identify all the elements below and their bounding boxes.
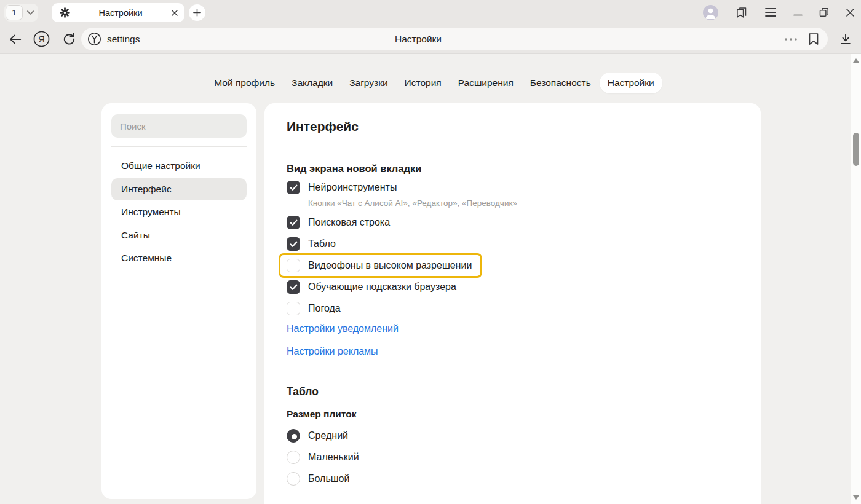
collections-bookmarks-icon[interactable] [735,6,748,19]
search-input[interactable] [111,114,247,138]
checkbox-row-tablo: Табло [287,237,736,251]
address-bar[interactable]: settings Настройки [81,28,828,50]
settings-nav-tabs: Мой профиль Закладки Загрузки История Ра… [9,73,860,93]
checkbox-label: Нейроинструменты [308,182,397,193]
radio-row-large: Большой [287,472,736,486]
radio-row-medium: Средний [287,429,736,443]
settings-page: Мой профиль Закладки Загрузки История Ра… [0,54,861,504]
sidebar-item-general[interactable]: Общие настройки [111,155,247,177]
plus-icon [193,9,201,17]
gear-icon [60,7,70,18]
tab-group-control[interactable]: 1 [4,4,38,22]
nav-tab-settings[interactable]: Настройки [600,73,662,93]
sidebar-item-tools[interactable]: Инструменты [111,201,247,223]
tile-size-subheading: Размер плиток [287,409,736,420]
checkbox-neurotools[interactable] [287,181,300,194]
nav-tab-extensions[interactable]: Расширения [450,73,522,93]
checkbox-row-weather: Погода [287,302,736,315]
checkbox-row-hints: Обучающие подсказки браузера [287,280,736,294]
close-window-icon[interactable] [846,8,855,17]
radio-label: Маленький [308,452,359,463]
nav-tab-profile[interactable]: Мой профиль [206,73,283,93]
checkbox-label: Видеофоны в высоком разрешении [308,260,472,271]
nav-tab-bookmarks[interactable]: Закладки [284,73,341,93]
minimize-icon[interactable] [793,8,803,17]
restore-window-icon[interactable] [819,7,829,17]
sidebar-item-interface[interactable]: Интерфейс [111,178,247,200]
new-tab-button[interactable] [189,4,205,21]
nav-tab-downloads[interactable]: Загрузки [341,73,395,93]
url-text[interactable]: settings [107,34,140,45]
more-actions-icon[interactable] [784,37,798,41]
profile-avatar[interactable] [703,5,718,20]
reload-icon[interactable] [62,32,76,46]
sidebar-divider [111,146,247,147]
section-heading-tablo: Табло [287,385,736,398]
tab-counter-badge[interactable]: 1 [6,5,23,20]
settings-sidebar: Общие настройки Интерфейс Инструменты Са… [101,103,256,499]
tabbar-right-controls [703,0,855,25]
yandex-logo-icon[interactable]: Я [33,31,50,47]
radio-label: Большой [308,473,349,484]
radio-large[interactable] [287,472,300,486]
checkbox-label: Погода [308,303,341,314]
section-heading-new-tab: Вид экрана новой вкладки [287,163,736,175]
title-divider [287,148,736,148]
navigation-toolbar: Я settings Настройки [0,25,861,54]
site-badge-icon[interactable] [87,32,101,46]
tab-close-icon[interactable] [171,9,178,17]
sidebar-list: Общие настройки Интерфейс Инструменты Са… [111,155,247,269]
sidebar-item-sites[interactable]: Сайты [111,224,247,246]
nav-tab-security[interactable]: Безопасность [522,73,599,93]
radio-label: Средний [308,430,348,441]
checkbox-video-backgrounds[interactable] [287,259,300,272]
back-icon[interactable] [9,33,22,45]
highlight-box-videobackgrounds: Видеофоны в высоком разрешении [279,253,482,278]
checkbox-browser-hints[interactable] [287,280,300,294]
scrollbar-thumb[interactable] [853,133,859,166]
radio-small[interactable] [287,451,300,464]
page-title-in-omnibox: Настройки [326,34,510,45]
page-title: Интерфейс [287,119,736,134]
scroll-up-arrow-icon[interactable] [853,58,859,63]
checkbox-label: Поисковая строка [308,217,390,228]
notifications-settings-link[interactable]: Настройки уведомлений [287,323,736,334]
checkbox-subtitle: Кнопки «Чат с Алисой AI», «Редактор», «П… [308,199,736,208]
checkbox-tablo[interactable] [287,237,300,251]
ads-settings-link[interactable]: Настройки рекламы [287,346,736,357]
page-scrollbar[interactable] [851,54,861,504]
checkbox-row-neurotools: Нейроинструменты [287,181,736,194]
checkbox-label: Табло [308,238,336,250]
checkbox-label: Обучающие подсказки браузера [308,282,456,293]
tab-title: Настройки [70,8,171,18]
chevron-down-icon[interactable] [26,10,34,15]
downloads-icon[interactable] [839,33,852,46]
nav-tab-history[interactable]: История [397,73,450,93]
checkbox-row-search-bar: Поисковая строка [287,216,736,229]
section-links: Настройки уведомлений Настройки рекламы [287,323,736,357]
sidebar-item-system[interactable]: Системные [111,247,247,269]
radio-row-small: Маленький [287,451,736,464]
checkbox-search-bar[interactable] [287,216,300,229]
browser-window: 1 [0,0,861,504]
active-tab[interactable]: Настройки [52,3,184,22]
menu-icon[interactable] [764,7,777,17]
settings-main-panel: Интерфейс Вид экрана новой вкладки Нейро… [264,103,761,504]
tab-bar: 1 [0,0,861,25]
yandex-letter: Я [38,34,44,44]
radio-medium[interactable] [287,429,300,443]
scroll-down-arrow-icon[interactable] [853,495,859,500]
checkbox-weather[interactable] [287,302,300,315]
bookmark-icon[interactable] [808,33,819,45]
